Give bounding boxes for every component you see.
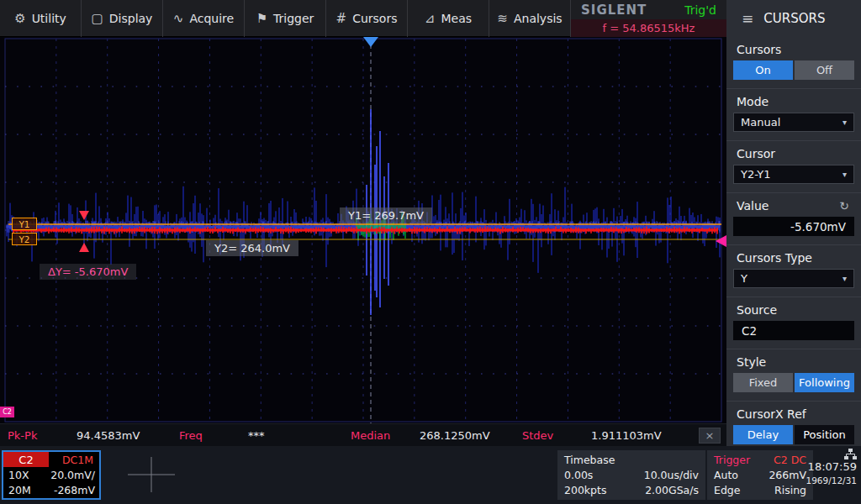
cursors-type-label: Cursors Type	[726, 245, 861, 269]
waveform-display[interactable]: Y1 Y2 Y1= 269.7mV Y2= 264.0mV ΔY= -5.670…	[0, 37, 726, 423]
cursors-type-dropdown[interactable]: Y ▾	[733, 269, 854, 288]
cursors-on-off-toggle: On Off	[733, 60, 854, 80]
measurement-freq: Freq ***	[172, 429, 343, 442]
menu-trigger-label: Trigger	[273, 12, 314, 25]
menu-utility[interactable]: ⚙ Utility	[0, 0, 82, 37]
measurement-value: 94.4583mV	[77, 429, 140, 442]
clock-block: 18:07:59 1969/12/31	[811, 449, 859, 502]
cursors-on-button[interactable]: On	[733, 60, 793, 80]
refresh-icon[interactable]: ↻	[839, 199, 851, 213]
gear-icon: ⚙	[14, 11, 25, 26]
channel-c2-box[interactable]: C2 DC1M 10X 20.0mV/ 20M -268mV	[2, 450, 101, 500]
channel-bandwidth: 20M	[3, 484, 31, 496]
trigger-mode: Auto	[714, 469, 738, 481]
timebase-panel[interactable]: Timebase 0.00s 10.0us/div 200kpts 2.00GS…	[557, 450, 705, 500]
menu-display[interactable]: ▢ Display	[82, 0, 163, 37]
menu-cursors-label: Cursors	[352, 12, 397, 25]
channel-offset-marker[interactable]: C2	[0, 407, 14, 417]
measurement-value: ***	[248, 429, 265, 442]
channel-scale: 20.0mV/	[50, 469, 95, 481]
display-icon: ▢	[92, 11, 103, 26]
mode-label: Mode	[726, 89, 861, 113]
source-selector[interactable]: C2	[733, 321, 854, 340]
cursorx-delay-button[interactable]: Delay	[733, 425, 793, 444]
timebase-scale: 10.0us/div	[644, 469, 699, 481]
timebase-points: 200kpts	[564, 484, 606, 496]
trigger-level: 266mV	[769, 469, 806, 481]
trigger-source: C2 DC	[774, 454, 806, 466]
trigger-slope: Rising	[774, 484, 806, 496]
menu-acquire[interactable]: ∿ Acquire	[163, 0, 245, 37]
value-label-row: Value ↻	[726, 193, 861, 217]
chevron-down-icon: ▾	[843, 170, 847, 179]
cursorx-ref-toggle: Delay Position	[733, 425, 854, 444]
bottom-status-bar: C2 DC1M 10X 20.0mV/ 20M -268mV Timebase …	[0, 446, 861, 504]
style-following-button[interactable]: Following	[795, 373, 854, 392]
trigger-label: Trigger	[714, 454, 750, 466]
cursorx-position-button[interactable]: Position	[795, 425, 854, 444]
cursor-y1-readout: Y1= 269.7mV	[340, 207, 432, 223]
cursor-y2-readout: Y2= 264.0mV	[206, 240, 298, 256]
clock-time: 18:07:59	[808, 460, 857, 473]
clock-date: 1969/12/31	[806, 475, 857, 486]
menu-meas[interactable]: ⊿ Meas	[408, 0, 489, 37]
oscilloscope-app: ⚙ Utility ▢ Display ∿ Acquire ⚑ Trigger …	[0, 0, 861, 504]
menu-acquire-label: Acquire	[189, 12, 234, 25]
measurement-close-button[interactable]: ×	[699, 428, 721, 444]
measurement-label: Median	[351, 429, 420, 442]
measurement-value: 268.1250mV	[420, 429, 490, 442]
mode-dropdown[interactable]: Manual ▾	[733, 113, 854, 132]
acquire-wave-icon: ∿	[173, 11, 184, 26]
menu-cursors[interactable]: # Cursors	[326, 0, 408, 37]
cursors-sidebar: Cursors On Off Mode Manual ▾ Cursor Y2-Y…	[726, 37, 861, 446]
measurement-value: 1.911103mV	[591, 429, 662, 442]
measurement-bar: Pk-Pk 94.4583mV Freq *** Median 268.1250…	[0, 423, 726, 446]
panel-title: CURSORS	[763, 11, 825, 26]
cursors-type-value: Y	[741, 272, 747, 285]
cursor-delta-value: -5.670mV	[733, 217, 854, 236]
trigger-position-marker[interactable]	[363, 37, 378, 47]
cursors-panel-header[interactable]: ≡ CURSORS	[726, 0, 861, 37]
measurement-label: Freq	[179, 429, 248, 442]
source-label: Source	[726, 297, 861, 321]
close-icon: ×	[705, 429, 715, 442]
analysis-icon: ≋	[497, 11, 508, 26]
measurement-label: Stdev	[522, 429, 591, 442]
style-toggle: Fixed Following	[733, 373, 854, 392]
cursor-dropdown[interactable]: Y2-Y1 ▾	[733, 165, 854, 184]
cursorx-ref-label: CursorX Ref	[726, 402, 861, 425]
measure-icon: ⊿	[425, 11, 436, 26]
trigger-panel[interactable]: Trigger C2 DC Auto 266mV Edge Rising	[707, 450, 813, 500]
brand-status-block: SIGLENT Trig'd f = 54.86515kHz	[571, 0, 726, 37]
mode-value: Manual	[741, 116, 780, 129]
trigger-status-badge: Trig'd	[684, 3, 716, 17]
style-fixed-button[interactable]: Fixed	[733, 373, 793, 392]
cursor-delta-readout: ΔY= -5.670mV	[40, 264, 136, 280]
style-label: Style	[726, 349, 861, 373]
channel-coupling: DC1M	[62, 454, 95, 466]
measurement-stdev: Stdev 1.911103mV	[515, 429, 686, 442]
measurement-label: Pk-Pk	[8, 429, 77, 442]
trigger-frequency-readout: f = 54.86515kHz	[571, 19, 726, 37]
menu-trigger[interactable]: ⚑ Trigger	[245, 0, 326, 37]
menu-analysis[interactable]: ≋ Analysis	[489, 0, 571, 37]
channel-name-badge: C2	[3, 452, 49, 467]
cursors-grid-icon: #	[336, 11, 347, 26]
cursors-off-button[interactable]: Off	[795, 60, 854, 80]
menu-utility-label: Utility	[32, 12, 66, 25]
measurement-pkpk: Pk-Pk 94.4583mV	[0, 429, 172, 442]
cursor-y1-tag[interactable]: Y1	[12, 218, 37, 230]
channel-offset: -268mV	[54, 484, 95, 496]
chevron-down-icon: ▾	[843, 118, 847, 127]
timebase-delay: 0.00s	[564, 469, 593, 481]
cursor-y2-tag[interactable]: Y2	[12, 233, 37, 245]
menu-display-label: Display	[109, 12, 153, 25]
network-icon	[844, 449, 857, 459]
scope-grid-and-traces	[0, 37, 726, 423]
cursors-section-label: Cursors	[726, 37, 861, 60]
timebase-label: Timebase	[564, 454, 615, 466]
menu-analysis-label: Analysis	[514, 12, 563, 25]
cursor-value: Y2-Y1	[741, 168, 771, 181]
trigger-type: Edge	[714, 484, 740, 496]
siglent-logo: SIGLENT	[581, 3, 647, 18]
